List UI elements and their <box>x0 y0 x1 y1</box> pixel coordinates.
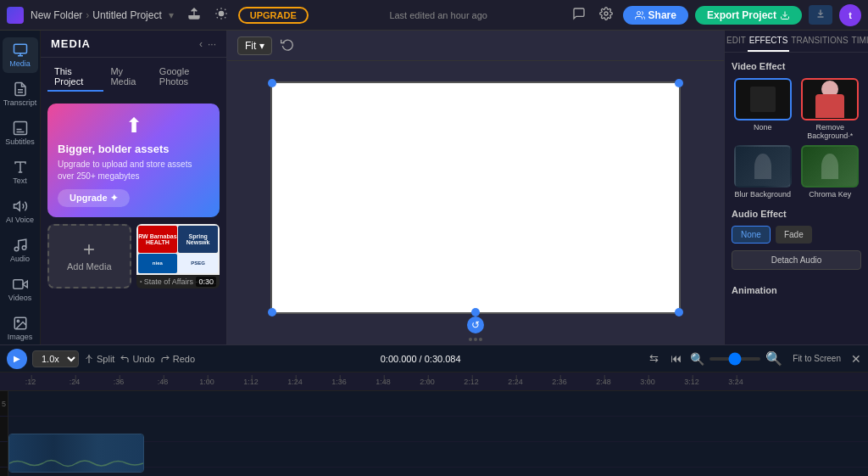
sidebar-label-images: Images <box>8 333 33 341</box>
timeline-skip-start[interactable]: ⏮ <box>667 349 685 368</box>
upgrade-button[interactable]: UPGRADE <box>238 7 309 24</box>
svg-line-5 <box>225 17 225 18</box>
effect-chroma-key[interactable]: Chroma Key <box>799 145 862 199</box>
canvas-rotate-handle[interactable]: ↺ <box>467 316 484 333</box>
mark-10: 2:12 <box>449 378 493 386</box>
sun-icon-btn[interactable] <box>211 3 231 26</box>
canvas-frame <box>272 83 679 312</box>
project-dropdown-icon[interactable]: ▾ <box>169 9 174 21</box>
mark-15: 3:12 <box>670 378 714 386</box>
canvas-wrapper: ↺ <box>227 61 724 334</box>
effect-label-none: None <box>754 123 772 132</box>
video-track-clip[interactable] <box>8 434 144 473</box>
panel-tab-effects[interactable]: EFFECTS <box>748 31 790 52</box>
close-timeline-button[interactable]: ✕ <box>851 352 861 366</box>
upgrade-card-title: Bigger, bolder assets <box>58 143 209 155</box>
mark-14: 3:00 <box>626 378 670 386</box>
zoom-in-icon[interactable]: 🔍 <box>765 350 782 367</box>
track-labels: 5 <box>0 391 8 476</box>
mark-12: 2:36 <box>537 378 581 386</box>
zoom-slider[interactable] <box>709 357 760 361</box>
panel-tabs: EDIT EFFECTS TRANSITIONS TIMING <box>725 31 868 53</box>
panel-tab-edit[interactable]: EDIT <box>725 31 748 52</box>
media-collapse-icon[interactable]: ‹ <box>199 38 203 50</box>
mark-3: :48 <box>141 378 185 386</box>
detach-audio-button[interactable]: Detach Audio <box>732 250 861 270</box>
track-label-5: 5 <box>0 391 8 417</box>
upload-icon-btn[interactable] <box>184 3 204 26</box>
effect-none[interactable]: None <box>732 78 794 140</box>
fit-select[interactable]: Fit ▾ <box>237 36 272 55</box>
mark-16: 3:24 <box>714 378 758 386</box>
zoom-out-icon[interactable]: 🔍 <box>690 352 704 366</box>
fit-screen-button[interactable]: Fit to Screen <box>787 352 846 365</box>
panel-tab-transitions[interactable]: TRANSITIONS <box>789 31 849 52</box>
tab-my-media[interactable]: My Media <box>103 63 152 92</box>
fit-dropdown-icon: ▾ <box>259 40 264 52</box>
audio-none-btn[interactable]: None <box>732 226 771 244</box>
speed-select[interactable]: 1.0x 0.5x 1.5x 2.0x <box>32 350 79 367</box>
canvas-dots <box>227 334 724 344</box>
svg-line-4 <box>217 9 218 10</box>
handle-bottom-left[interactable] <box>268 308 276 316</box>
sidebar-item-media[interactable]: Media <box>3 37 38 73</box>
tab-this-project[interactable]: This Project <box>47 63 103 92</box>
folder-name[interactable]: New Folder <box>31 9 82 21</box>
play-button[interactable]: ▶ <box>7 349 27 369</box>
audio-effect-label: Audio Effect <box>732 209 861 219</box>
sidebar-item-images[interactable]: Images <box>3 311 38 346</box>
sidebar-item-aivoice[interactable]: AI Voice <box>3 193 38 229</box>
sidebar-item-text[interactable]: Text <box>3 154 38 190</box>
timeline-ruler: :12 :24 :36 :48 1:00 1:12 1:24 1:36 1:48… <box>0 372 868 391</box>
none-box <box>750 87 776 112</box>
undo-button[interactable]: Undo <box>120 354 154 364</box>
breadcrumb: New Folder › Untitled Project ▾ <box>31 9 174 21</box>
handle-top-right[interactable] <box>675 79 683 87</box>
audio-fade-btn[interactable]: Fade <box>776 226 812 244</box>
sidebar-label-media: Media <box>9 59 31 68</box>
timeline-controls: ⇆ ⏮ 🔍 🔍 Fit to Screen ✕ <box>646 349 861 368</box>
media-panel-title: MEDIA <box>51 37 91 50</box>
panel-tab-timing[interactable]: TIMING <box>850 31 868 52</box>
effect-blur-bg[interactable]: Blur Background <box>732 145 794 199</box>
upgrade-card-button[interactable]: Upgrade ✦ <box>58 189 130 207</box>
svg-marker-31 <box>140 281 142 283</box>
user-avatar[interactable]: t <box>839 4 861 26</box>
tab-google-photos[interactable]: Google Photos <box>153 63 220 92</box>
project-name[interactable]: Untitled Project <box>92 9 161 21</box>
download-icon-btn[interactable] <box>809 5 832 25</box>
sidebar-item-transcript[interactable]: Transcript <box>3 76 38 112</box>
handle-bottom-right[interactable] <box>675 308 683 316</box>
effect-label-remove-bg: Remove Background·* <box>799 123 862 140</box>
media-panel-header: MEDIA ‹ ··· <box>41 31 226 58</box>
mark-1: :24 <box>53 378 97 386</box>
media-more-icon[interactable]: ··· <box>208 38 216 50</box>
timeline-icon-1[interactable]: ⇆ <box>646 349 662 368</box>
handle-top-left[interactable] <box>268 79 276 87</box>
sidebar-item-videos[interactable]: Videos <box>3 272 38 307</box>
sidebar-label-aivoice: AI Voice <box>6 216 34 224</box>
mark-2: :36 <box>97 378 141 386</box>
media-thumb-news[interactable]: RW Barnabas HEALTH Spring Newswk niea PS… <box>136 224 220 288</box>
canvas-rotate-btn[interactable] <box>279 36 296 55</box>
svg-point-23 <box>14 247 19 251</box>
handle-bottom-center[interactable] <box>471 308 480 316</box>
export-button[interactable]: Export Project <box>695 6 802 25</box>
split-button[interactable]: Split <box>84 354 114 364</box>
sidebar-item-audio[interactable]: Audio <box>3 232 38 268</box>
settings-icon-btn[interactable] <box>596 3 616 26</box>
effect-thumb-none <box>734 78 792 120</box>
news-thumb-content: RW Barnabas HEALTH Spring Newswk niea PS… <box>136 224 220 275</box>
effect-remove-bg[interactable]: Remove Background·* <box>799 78 862 140</box>
redo-button[interactable]: Redo <box>160 354 195 364</box>
chat-icon-btn[interactable] <box>569 3 589 26</box>
ruler-marks: :12 :24 :36 :48 1:00 1:12 1:24 1:36 1:48… <box>8 378 817 386</box>
current-time: 0:00.000 <box>381 354 417 364</box>
add-media-button[interactable]: Add Media <box>47 224 131 288</box>
canvas-toolbar: Fit ▾ <box>227 31 724 61</box>
sidebar-label-videos: Videos <box>8 294 31 302</box>
sidebar-item-subtitles[interactable]: Subtitles <box>3 115 38 151</box>
sidebar-label-subtitles: Subtitles <box>5 137 35 146</box>
app-logo <box>7 7 24 24</box>
share-button[interactable]: Share <box>623 6 688 25</box>
